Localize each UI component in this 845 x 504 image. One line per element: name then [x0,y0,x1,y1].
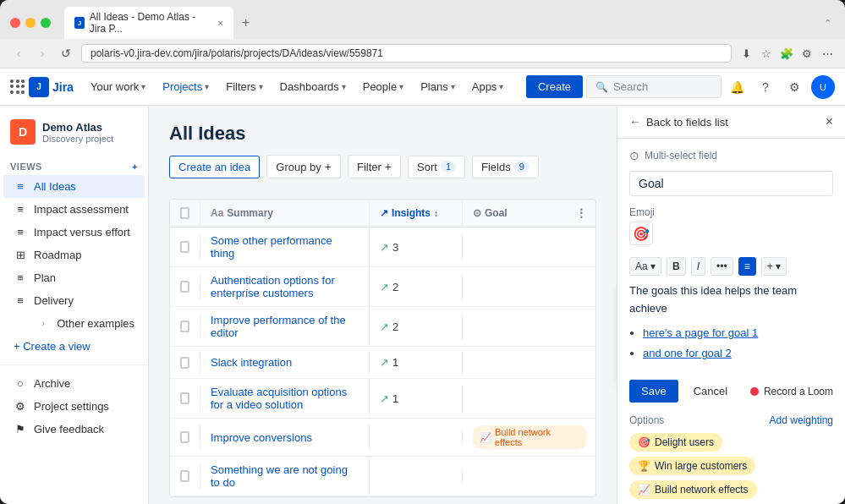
close-panel-btn[interactable]: × [826,114,833,129]
row-checkbox[interactable] [170,425,200,450]
jira-logo[interactable]: J Jira [29,77,74,97]
sidebar-item-impact-assessment[interactable]: ≡ Impact assessment [3,198,145,221]
option-delight[interactable]: 🎯 Delight users [629,433,833,457]
row-goal[interactable] [463,280,596,293]
row-summary[interactable]: Authentication options for enterprise cu… [200,267,370,306]
back-btn[interactable]: ‹ [10,45,27,62]
sidebar-item-delivery[interactable]: ≡ Delivery [3,289,145,312]
sidebar-item-all-ideas[interactable]: ≡ All Ideas [3,175,145,198]
sidebar-item-other-examples[interactable]: › Other examples [3,312,145,335]
text-style-btn[interactable]: Aa ▾ [629,257,661,276]
emoji-item[interactable]: 🎯 [629,222,653,245]
url-bar[interactable]: polaris-v0.jira-dev.com/jira/polaris/pro… [81,44,732,63]
apps-grid-icon[interactable] [10,79,25,95]
th-summary[interactable]: Aa Summary [200,200,370,226]
forward-btn[interactable]: › [34,45,51,62]
nav-people[interactable]: People ▾ [356,77,410,96]
nav-apps[interactable]: Apps ▾ [465,77,511,96]
build-network-effects-tag[interactable]: 📈 Build network effects [473,425,587,449]
bookmark-icon[interactable]: ☆ [759,46,774,61]
maximize-window-btn[interactable] [41,18,51,28]
add-weighting-btn[interactable]: Add weighting [770,414,833,426]
list-btn[interactable]: ≡ [738,257,756,276]
save-button[interactable]: Save [629,380,678,403]
nav-filters[interactable]: Filters ▾ [219,77,269,96]
bold-btn[interactable]: B [667,257,686,276]
nav-dashboards[interactable]: Dashboards ▾ [273,77,353,96]
row-summary[interactable]: Improve conversions [200,425,370,451]
project-info: Demo Atlas Discovery project [42,121,113,144]
more-formatting-btn[interactable]: ••• [711,257,733,276]
row-checkbox[interactable] [170,463,200,489]
th-goal[interactable]: ⊙ Goal ⋮ [463,200,596,227]
row-checkbox[interactable] [170,234,200,260]
sidebar-item-archive[interactable]: ○ Archive [3,372,145,395]
nav-projects[interactable]: Projects ▾ [156,77,216,96]
field-name-input[interactable] [629,171,833,196]
nav-your-work[interactable]: Your work ▾ [84,77,152,96]
editor-link-1[interactable]: here's a page for goal 1 [643,326,758,339]
italic-btn[interactable]: I [691,257,705,276]
row-checkbox[interactable] [170,386,200,411]
new-tab-btn[interactable]: + [237,14,255,32]
th-checkbox[interactable] [170,200,200,226]
editor-link-2[interactable]: and one for goal 2 [643,347,732,359]
sidebar-item-create-view[interactable]: + Create a view [3,335,145,358]
sidebar-item-plan[interactable]: ≡ Plan [3,266,145,289]
options-header: Options Add weighting [629,414,833,426]
option-network[interactable]: 📈 Build network effects [629,480,833,504]
row-summary[interactable]: Something we are not going to do [200,457,370,496]
row-goal[interactable]: 📈 Build network effects [463,419,596,456]
row-checkbox[interactable] [170,350,200,375]
row-goal[interactable] [463,469,596,483]
download-icon[interactable]: ⬇ [738,46,754,61]
row-summary[interactable]: Slack integration [200,349,370,375]
row-goal[interactable] [463,240,596,254]
sort-button[interactable]: Sort 1 [408,156,465,178]
option-win[interactable]: 🏆 Win large customers [629,457,833,480]
nav-plans[interactable]: Plans ▾ [414,77,462,96]
add-view-icon[interactable]: + [132,162,138,172]
create-idea-button[interactable]: Create an idea [169,156,260,178]
sidebar-item-impact-effort[interactable]: ≡ Impact versus effort [3,221,145,244]
minimize-window-btn[interactable] [25,18,36,28]
create-button[interactable]: Create [526,75,583,98]
user-avatar[interactable]: U [811,75,835,99]
fields-button[interactable]: Fields 9 [472,156,539,178]
extension-icon-2[interactable]: ⚙ [799,46,815,61]
extension-icon-1[interactable]: 🧩 [779,46,794,61]
settings-icon[interactable]: ⚙ [782,75,806,99]
refresh-btn[interactable]: ↺ [58,45,74,62]
project-icon: D [10,119,36,145]
add-block-btn[interactable]: + ▾ [761,257,787,276]
row-goal[interactable] [463,356,596,370]
sidebar-item-roadmap[interactable]: ⊞ Roadmap [3,244,145,266]
tab-close-btn[interactable]: × [218,18,223,28]
sidebar-item-project-settings[interactable]: ⚙ Project settings [3,395,145,418]
row-checkbox[interactable] [170,274,200,299]
help-icon[interactable]: ? [754,75,777,99]
row-summary[interactable]: Improve performance of the editor [200,307,370,346]
select-all-checkbox[interactable] [180,207,189,219]
th-insights[interactable]: ↗ Insights ↕ [370,200,463,226]
extension-icon-3[interactable]: ⋯ [820,46,835,61]
active-tab[interactable]: J All Ideas - Demo Atlas - Jira P... × [64,7,233,39]
group-by-button[interactable]: Group by + [266,155,341,178]
sidebar-item-give-feedback[interactable]: ⚑ Give feedback [3,418,145,441]
row-checkbox[interactable] [170,314,200,339]
record-loom-btn[interactable]: Record a Loom [750,386,833,397]
column-menu-icon[interactable]: ⋮ [575,206,587,220]
search-bar[interactable]: 🔍 Search [586,75,722,98]
row-goal[interactable] [463,320,596,333]
row-goal[interactable] [463,392,596,405]
close-window-btn[interactable] [10,18,20,28]
emoji-picker[interactable]: 🎯 [629,222,833,245]
notifications-icon[interactable]: 🔔 [725,75,749,99]
row-summary[interactable]: Evaluate acquisition options for a video… [200,379,370,418]
row-summary[interactable]: Some other performance thing [200,227,370,266]
cancel-button[interactable]: Cancel [685,380,736,403]
filter-button[interactable]: Filter + [348,155,401,178]
sidebar-item-label: Archive [34,377,70,390]
back-to-fields-btn[interactable]: ← Back to fields list [629,115,728,129]
table-row: Authentication options for enterprise cu… [170,267,595,307]
